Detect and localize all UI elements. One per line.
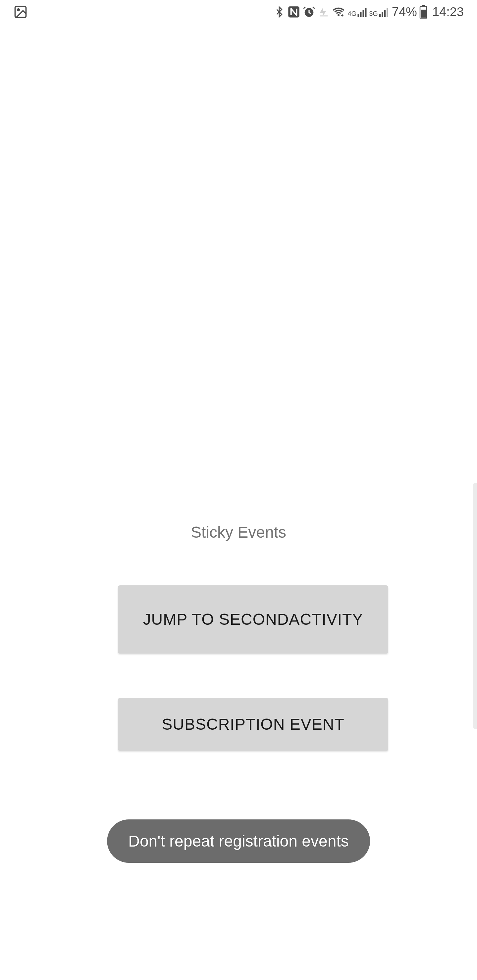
subscription-event-button[interactable]: SUBSCRIPTION EVENT [118, 698, 388, 751]
main-content: Sticky Events JUMP TO SECONDACTIVITY SUB… [0, 0, 477, 980]
toast-message: Don't repeat registration events [107, 819, 370, 863]
scrollbar-indicator[interactable] [473, 483, 477, 729]
jump-to-second-activity-button[interactable]: JUMP TO SECONDACTIVITY [118, 585, 388, 654]
page-title: Sticky Events [191, 523, 286, 541]
